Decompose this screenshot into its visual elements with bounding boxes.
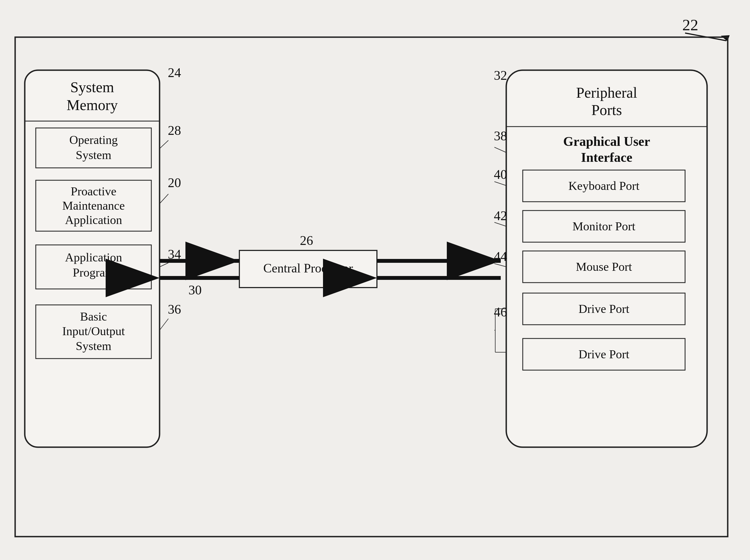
svg-text:Drive Port: Drive Port xyxy=(579,347,629,361)
svg-text:40: 40 xyxy=(494,167,507,182)
svg-line-24 xyxy=(160,263,168,267)
svg-text:44: 44 xyxy=(494,249,507,264)
svg-text:Monitor Port: Monitor Port xyxy=(572,220,635,233)
svg-rect-62 xyxy=(523,293,685,325)
svg-text:Input/Output: Input/Output xyxy=(62,324,125,338)
svg-line-30 xyxy=(160,319,168,330)
svg-line-1 xyxy=(685,33,726,41)
svg-text:Ports: Ports xyxy=(591,102,622,118)
svg-text:Maintenance: Maintenance xyxy=(62,199,125,213)
svg-text:30: 30 xyxy=(188,283,202,297)
svg-rect-25 xyxy=(36,305,151,359)
svg-text:28: 28 xyxy=(168,123,181,138)
svg-text:Keyboard Port: Keyboard Port xyxy=(568,179,640,193)
svg-text:26: 26 xyxy=(300,233,313,248)
svg-text:Graphical User: Graphical User xyxy=(563,134,650,148)
svg-text:46: 46 xyxy=(494,305,507,319)
svg-text:Memory: Memory xyxy=(66,97,118,113)
svg-line-49 xyxy=(494,147,507,153)
svg-text:36: 36 xyxy=(168,302,181,317)
svg-text:Operating: Operating xyxy=(69,133,118,147)
svg-text:Interface: Interface xyxy=(581,150,632,164)
svg-text:Application: Application xyxy=(65,213,122,227)
svg-text:Program: Program xyxy=(73,266,115,279)
svg-text:38: 38 xyxy=(494,128,507,143)
svg-text:Application: Application xyxy=(65,251,122,264)
svg-text:22: 22 xyxy=(682,16,698,34)
svg-rect-4 xyxy=(25,70,160,447)
svg-rect-20 xyxy=(36,245,151,289)
svg-line-53 xyxy=(494,182,507,186)
svg-text:System: System xyxy=(70,79,114,96)
svg-line-57 xyxy=(494,222,507,226)
svg-text:Proactive: Proactive xyxy=(71,185,116,198)
svg-text:42: 42 xyxy=(494,208,507,223)
svg-text:Peripheral: Peripheral xyxy=(576,84,637,101)
svg-rect-50 xyxy=(523,170,685,202)
svg-text:Drive Port: Drive Port xyxy=(579,302,629,316)
svg-text:Central Processor: Central Processor xyxy=(263,261,353,275)
svg-rect-54 xyxy=(523,211,685,242)
svg-rect-41 xyxy=(506,70,707,447)
svg-text:Basic: Basic xyxy=(80,310,107,323)
svg-rect-31 xyxy=(239,251,377,287)
svg-rect-58 xyxy=(523,251,685,283)
svg-text:System: System xyxy=(76,339,112,353)
svg-text:34: 34 xyxy=(168,247,181,261)
svg-rect-14 xyxy=(36,180,151,231)
svg-rect-69 xyxy=(523,339,685,370)
svg-text:Mouse Port: Mouse Port xyxy=(576,260,632,274)
svg-text:24: 24 xyxy=(168,65,181,80)
svg-text:20: 20 xyxy=(168,175,181,190)
svg-rect-9 xyxy=(36,128,151,168)
svg-line-61 xyxy=(494,264,507,267)
svg-rect-3 xyxy=(15,37,728,537)
svg-marker-2 xyxy=(721,35,730,41)
svg-line-19 xyxy=(160,194,168,204)
svg-text:32: 32 xyxy=(494,68,507,83)
svg-text:System: System xyxy=(76,148,112,162)
svg-line-13 xyxy=(160,140,168,148)
